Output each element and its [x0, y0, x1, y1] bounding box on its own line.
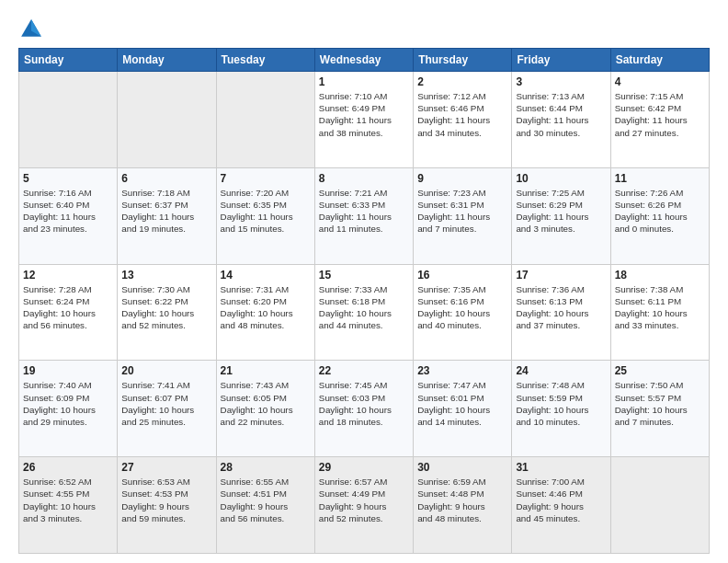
day-info: Sunrise: 7:20 AM Sunset: 6:35 PM Dayligh… [221, 187, 311, 236]
calendar-cell [19, 72, 118, 168]
calendar-cell: 31Sunrise: 7:00 AM Sunset: 4:46 PM Dayli… [512, 457, 610, 554]
calendar-cell: 11Sunrise: 7:26 AM Sunset: 6:26 PM Dayli… [610, 167, 709, 264]
day-number: 18 [615, 269, 705, 282]
day-info: Sunrise: 7:00 AM Sunset: 4:46 PM Dayligh… [516, 476, 606, 524]
day-info: Sunrise: 7:31 AM Sunset: 6:20 PM Dayligh… [221, 283, 311, 332]
day-info: Sunrise: 7:12 AM Sunset: 6:46 PM Dayligh… [417, 90, 507, 139]
day-number: 16 [417, 269, 507, 282]
day-info: Sunrise: 7:26 AM Sunset: 6:26 PM Dayligh… [615, 187, 705, 236]
weekday-header-saturday: Saturday [610, 49, 709, 72]
calendar-cell: 1Sunrise: 7:10 AM Sunset: 6:49 PM Daylig… [314, 72, 413, 168]
day-info: Sunrise: 7:35 AM Sunset: 6:16 PM Dayligh… [417, 283, 507, 332]
day-number: 17 [516, 269, 606, 282]
day-number: 10 [516, 172, 606, 185]
day-info: Sunrise: 7:21 AM Sunset: 6:33 PM Dayligh… [319, 187, 409, 236]
day-number: 4 [615, 75, 705, 88]
day-info: Sunrise: 6:57 AM Sunset: 4:49 PM Dayligh… [319, 476, 409, 524]
day-info: Sunrise: 7:30 AM Sunset: 6:22 PM Dayligh… [121, 283, 211, 332]
calendar-cell: 2Sunrise: 7:12 AM Sunset: 6:46 PM Daylig… [414, 72, 512, 168]
calendar-cell: 3Sunrise: 7:13 AM Sunset: 6:44 PM Daylig… [512, 72, 610, 168]
day-number: 7 [221, 172, 311, 185]
day-number: 19 [23, 364, 113, 377]
day-number: 1 [319, 75, 409, 88]
calendar-cell: 23Sunrise: 7:47 AM Sunset: 6:01 PM Dayli… [414, 361, 512, 457]
day-info: Sunrise: 7:10 AM Sunset: 6:49 PM Dayligh… [319, 90, 409, 139]
day-number: 14 [221, 269, 311, 282]
day-info: Sunrise: 7:41 AM Sunset: 6:07 PM Dayligh… [121, 379, 211, 428]
page: SundayMondayTuesdayWednesdayThursdayFrid… [0, 0, 728, 563]
day-number: 3 [516, 75, 606, 88]
week-row-2: 5Sunrise: 7:16 AM Sunset: 6:40 PM Daylig… [19, 167, 710, 264]
calendar-cell: 16Sunrise: 7:35 AM Sunset: 6:16 PM Dayli… [414, 264, 512, 361]
day-info: Sunrise: 7:48 AM Sunset: 5:59 PM Dayligh… [516, 379, 606, 428]
day-info: Sunrise: 7:28 AM Sunset: 6:24 PM Dayligh… [23, 283, 113, 332]
day-number: 8 [319, 172, 409, 185]
logo-icon [18, 17, 44, 42]
day-info: Sunrise: 7:16 AM Sunset: 6:40 PM Dayligh… [23, 187, 113, 236]
day-number: 12 [23, 269, 113, 282]
day-info: Sunrise: 7:13 AM Sunset: 6:44 PM Dayligh… [516, 90, 606, 139]
day-info: Sunrise: 6:55 AM Sunset: 4:51 PM Dayligh… [221, 476, 311, 524]
day-info: Sunrise: 7:18 AM Sunset: 6:37 PM Dayligh… [121, 187, 211, 236]
calendar-cell: 13Sunrise: 7:30 AM Sunset: 6:22 PM Dayli… [118, 264, 216, 361]
day-number: 30 [417, 461, 507, 474]
calendar-cell: 15Sunrise: 7:33 AM Sunset: 6:18 PM Dayli… [314, 264, 413, 361]
calendar-cell: 26Sunrise: 6:52 AM Sunset: 4:55 PM Dayli… [19, 457, 118, 554]
weekday-header-wednesday: Wednesday [314, 49, 413, 72]
calendar-cell: 10Sunrise: 7:25 AM Sunset: 6:29 PM Dayli… [512, 167, 610, 264]
calendar-cell: 28Sunrise: 6:55 AM Sunset: 4:51 PM Dayli… [216, 457, 314, 554]
day-info: Sunrise: 7:15 AM Sunset: 6:42 PM Dayligh… [615, 90, 705, 139]
week-row-1: 1Sunrise: 7:10 AM Sunset: 6:49 PM Daylig… [19, 72, 710, 168]
day-info: Sunrise: 6:53 AM Sunset: 4:53 PM Dayligh… [121, 476, 211, 524]
day-info: Sunrise: 7:43 AM Sunset: 6:05 PM Dayligh… [221, 379, 311, 428]
week-row-4: 19Sunrise: 7:40 AM Sunset: 6:09 PM Dayli… [19, 361, 710, 457]
weekday-header-sunday: Sunday [19, 49, 118, 72]
week-row-5: 26Sunrise: 6:52 AM Sunset: 4:55 PM Dayli… [19, 457, 710, 554]
day-info: Sunrise: 7:33 AM Sunset: 6:18 PM Dayligh… [319, 283, 409, 332]
day-info: Sunrise: 6:59 AM Sunset: 4:48 PM Dayligh… [417, 476, 507, 524]
weekday-header-monday: Monday [118, 49, 216, 72]
day-number: 21 [221, 364, 311, 377]
calendar-cell: 9Sunrise: 7:23 AM Sunset: 6:31 PM Daylig… [414, 167, 512, 264]
day-number: 27 [121, 461, 211, 474]
calendar-cell: 30Sunrise: 6:59 AM Sunset: 4:48 PM Dayli… [414, 457, 512, 554]
day-number: 2 [417, 75, 507, 88]
header [18, 17, 710, 42]
day-number: 26 [23, 461, 113, 474]
day-number: 13 [121, 269, 211, 282]
day-info: Sunrise: 7:36 AM Sunset: 6:13 PM Dayligh… [516, 283, 606, 332]
calendar-cell: 22Sunrise: 7:45 AM Sunset: 6:03 PM Dayli… [314, 361, 413, 457]
day-info: Sunrise: 6:52 AM Sunset: 4:55 PM Dayligh… [23, 476, 113, 524]
day-number: 29 [319, 461, 409, 474]
day-number: 20 [121, 364, 211, 377]
calendar-cell: 8Sunrise: 7:21 AM Sunset: 6:33 PM Daylig… [314, 167, 413, 264]
day-number: 23 [417, 364, 507, 377]
day-info: Sunrise: 7:38 AM Sunset: 6:11 PM Dayligh… [615, 283, 705, 332]
logo [18, 17, 46, 42]
calendar-cell: 5Sunrise: 7:16 AM Sunset: 6:40 PM Daylig… [19, 167, 118, 264]
weekday-header-friday: Friday [512, 49, 610, 72]
day-number: 11 [615, 172, 705, 185]
calendar-cell: 17Sunrise: 7:36 AM Sunset: 6:13 PM Dayli… [512, 264, 610, 361]
day-info: Sunrise: 7:40 AM Sunset: 6:09 PM Dayligh… [23, 379, 113, 428]
weekday-header-tuesday: Tuesday [216, 49, 314, 72]
day-number: 31 [516, 461, 606, 474]
calendar-cell [118, 72, 216, 168]
calendar-cell: 25Sunrise: 7:50 AM Sunset: 5:57 PM Dayli… [610, 361, 709, 457]
day-number: 22 [319, 364, 409, 377]
day-number: 24 [516, 364, 606, 377]
day-number: 25 [615, 364, 705, 377]
calendar-cell: 24Sunrise: 7:48 AM Sunset: 5:59 PM Dayli… [512, 361, 610, 457]
weekday-header-row: SundayMondayTuesdayWednesdayThursdayFrid… [19, 49, 710, 72]
day-number: 6 [121, 172, 211, 185]
day-info: Sunrise: 7:25 AM Sunset: 6:29 PM Dayligh… [516, 187, 606, 236]
day-info: Sunrise: 7:45 AM Sunset: 6:03 PM Dayligh… [319, 379, 409, 428]
week-row-3: 12Sunrise: 7:28 AM Sunset: 6:24 PM Dayli… [19, 264, 710, 361]
day-number: 5 [23, 172, 113, 185]
calendar-cell: 29Sunrise: 6:57 AM Sunset: 4:49 PM Dayli… [314, 457, 413, 554]
calendar-cell [610, 457, 709, 554]
calendar-cell [216, 72, 314, 168]
calendar: SundayMondayTuesdayWednesdayThursdayFrid… [18, 48, 710, 554]
calendar-cell: 14Sunrise: 7:31 AM Sunset: 6:20 PM Dayli… [216, 264, 314, 361]
calendar-cell: 12Sunrise: 7:28 AM Sunset: 6:24 PM Dayli… [19, 264, 118, 361]
